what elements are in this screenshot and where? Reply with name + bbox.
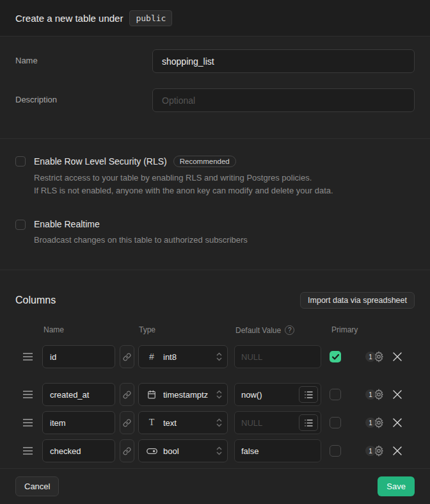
settings-count-badge: 1 <box>365 389 376 400</box>
column-settings-button[interactable]: 1 <box>365 389 385 400</box>
column-name-input[interactable] <box>42 411 115 434</box>
remove-column-button[interactable] <box>393 352 402 361</box>
dialog-title: Create a new table under <box>15 13 123 24</box>
default-value-picker-icon[interactable] <box>299 386 318 403</box>
column-name-input[interactable] <box>42 345 115 368</box>
chevron-updown-icon <box>216 446 222 455</box>
column-settings-button[interactable]: 1 <box>365 417 385 428</box>
column-row-id: # int8 1 <box>15 345 415 368</box>
help-icon[interactable]: ? <box>285 325 294 335</box>
description-row: Description <box>15 88 415 112</box>
close-icon <box>393 352 402 361</box>
int8-type-icon: # <box>146 352 157 362</box>
drag-handle-icon[interactable] <box>23 419 33 427</box>
calendar-type-icon <box>146 390 157 399</box>
realtime-description: Broadcast changes on this table to autho… <box>34 234 248 247</box>
dialog-footer: Cancel Save <box>0 468 430 504</box>
default-value-input[interactable] <box>235 346 321 368</box>
default-value-input[interactable] <box>235 440 321 462</box>
table-description-input[interactable] <box>152 88 415 112</box>
columns-grid-headers: Name Type Default Value ? Primary <box>15 325 415 334</box>
primary-checkbox[interactable] <box>330 351 341 362</box>
columns-title: Columns <box>15 295 56 306</box>
header-default-value: Default Value <box>235 326 281 335</box>
foreign-key-link-icon[interactable] <box>120 345 134 368</box>
check-icon <box>332 354 339 360</box>
default-value-picker-icon[interactable] <box>299 414 318 431</box>
column-row-created-at: timestamptz 1 <box>15 383 415 406</box>
toggle-type-icon <box>146 448 157 455</box>
table-details-section: Name Description <box>0 37 430 139</box>
column-type-select[interactable]: T text <box>138 411 228 434</box>
default-value-input[interactable] <box>235 384 299 405</box>
column-name-input[interactable] <box>42 439 115 462</box>
create-table-dialog: Create a new table under public Name Des… <box>0 0 430 504</box>
column-type-select[interactable]: timestamptz <box>138 383 228 406</box>
save-button[interactable]: Save <box>378 476 415 496</box>
text-type-icon: T <box>146 418 157 428</box>
default-value-input[interactable] <box>235 412 299 434</box>
realtime-checkbox[interactable] <box>15 220 26 230</box>
drag-handle-icon[interactable] <box>23 353 33 361</box>
header-name: Name <box>44 325 64 334</box>
columns-section: Columns Import data via spreadsheet Name… <box>0 270 430 468</box>
column-row-item: T text 1 <box>15 411 415 434</box>
column-settings-button[interactable]: 1 <box>365 351 385 362</box>
close-icon <box>393 446 402 455</box>
settings-count-badge: 1 <box>365 352 376 362</box>
remove-column-button[interactable] <box>393 418 402 427</box>
dialog-header: Create a new table under public <box>0 0 430 37</box>
rls-description: Restrict access to your table by enablin… <box>34 172 333 197</box>
foreign-key-link-icon[interactable] <box>120 439 134 462</box>
import-spreadsheet-button[interactable]: Import data via spreadsheet <box>300 292 415 309</box>
table-name-input[interactable] <box>152 49 415 73</box>
primary-checkbox[interactable] <box>330 389 341 400</box>
table-options-section: Enable Row Level Security (RLS) Recommen… <box>0 139 430 270</box>
recommended-badge: Recommended <box>173 156 236 167</box>
primary-checkbox[interactable] <box>330 445 341 457</box>
primary-checkbox[interactable] <box>330 417 341 428</box>
header-type: Type <box>139 325 155 334</box>
close-icon <box>393 390 402 399</box>
drag-handle-icon[interactable] <box>23 447 33 455</box>
rls-label: Enable Row Level Security (RLS) <box>34 156 167 167</box>
settings-count-badge: 1 <box>365 418 376 428</box>
cancel-button[interactable]: Cancel <box>15 476 59 496</box>
schema-badge: public <box>129 10 172 26</box>
chevron-updown-icon <box>216 352 222 361</box>
foreign-key-link-icon[interactable] <box>120 383 134 406</box>
realtime-label: Enable Realtime <box>34 219 100 229</box>
remove-column-button[interactable] <box>393 390 402 399</box>
realtime-toggle-row: Enable Realtime Broadcast changes on thi… <box>15 219 415 247</box>
drag-handle-icon[interactable] <box>23 391 33 398</box>
chevron-updown-icon <box>216 390 222 399</box>
name-row: Name <box>15 49 415 73</box>
name-label: Name <box>15 49 152 73</box>
header-primary: Primary <box>331 325 358 334</box>
column-settings-button[interactable]: 1 <box>365 445 385 457</box>
rls-toggle-row: Enable Row Level Security (RLS) Recommen… <box>15 156 415 197</box>
column-type-select[interactable]: # int8 <box>138 345 228 368</box>
column-row-checked: bool 1 <box>15 439 415 462</box>
column-name-input[interactable] <box>42 383 115 406</box>
chevron-updown-icon <box>216 418 222 427</box>
settings-count-badge: 1 <box>365 446 376 456</box>
rls-checkbox[interactable] <box>15 156 26 167</box>
description-label: Description <box>15 88 152 112</box>
column-type-select[interactable]: bool <box>138 439 228 462</box>
close-icon <box>393 418 402 427</box>
remove-column-button[interactable] <box>393 446 402 455</box>
foreign-key-link-icon[interactable] <box>120 411 134 434</box>
